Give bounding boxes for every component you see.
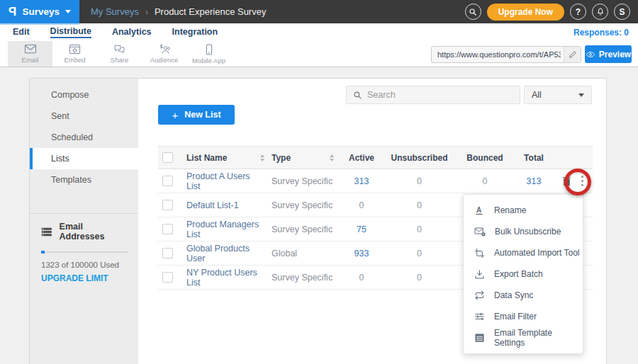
breadcrumb-parent[interactable]: My Surveys xyxy=(91,6,139,17)
search-input[interactable] xyxy=(367,90,513,100)
row-checkbox[interactable] xyxy=(162,176,173,186)
sidebar-item-lists[interactable]: Lists xyxy=(30,148,138,169)
distribute-toolbar: Email Embed Share $ Audience Mobile App … xyxy=(0,41,638,67)
email-usage-text: 1323 of 100000 Used xyxy=(41,261,128,269)
menu-item-export-batch[interactable]: Export Batch xyxy=(464,263,583,285)
filter-selected-value: All xyxy=(532,90,542,100)
row-checkbox[interactable] xyxy=(162,200,173,210)
tab-integration[interactable]: Integration xyxy=(172,27,218,38)
list-name-link[interactable]: Product A Users List xyxy=(186,171,264,191)
row-checkbox[interactable] xyxy=(162,248,173,258)
tab-distribute[interactable]: Distribute xyxy=(50,26,91,38)
audience-icon: $ xyxy=(158,44,171,55)
active-count[interactable]: 0 xyxy=(341,273,382,283)
avatar-letter: S xyxy=(619,7,625,17)
survey-url-input[interactable] xyxy=(432,50,564,59)
channel-embed[interactable]: Embed xyxy=(52,41,97,67)
menu-item-rename[interactable]: A Rename xyxy=(464,200,583,221)
mobile-app-icon xyxy=(205,44,213,55)
list-stack-icon xyxy=(41,227,52,237)
col-type: Type xyxy=(272,153,291,163)
share-icon xyxy=(113,44,125,55)
menu-item-data-sync[interactable]: Data Sync xyxy=(464,285,583,306)
list-name-link[interactable]: Default List-1 xyxy=(186,200,239,210)
help-button[interactable]: ? xyxy=(570,4,586,20)
breadcrumb: My Surveys › Product Experience Survey xyxy=(91,6,266,17)
active-count[interactable]: 313 xyxy=(341,176,382,186)
edit-url-button[interactable] xyxy=(564,47,581,62)
upgrade-now-button[interactable]: Upgrade Now xyxy=(487,4,564,21)
sidebar-item-templates[interactable]: Templates xyxy=(30,169,138,190)
data-sync-icon xyxy=(474,290,485,300)
channel-mobile-app[interactable]: Mobile App xyxy=(186,41,231,67)
survey-tabbar: Edit Distribute Analytics Integration Re… xyxy=(0,23,638,41)
unsubscribed-count: 0 xyxy=(382,273,457,283)
table-header-row: List Name Type Active Unsubscribed Bounc… xyxy=(158,146,593,169)
email-usage-progressbar xyxy=(41,251,128,253)
unsubscribed-count: 0 xyxy=(382,200,457,210)
sidebar-item-scheduled[interactable]: Scheduled xyxy=(30,127,138,148)
list-search-field xyxy=(346,86,520,104)
account-avatar[interactable]: S xyxy=(614,4,630,20)
responses-count[interactable]: Responses: 0 xyxy=(573,28,638,38)
select-all-checkbox[interactable] xyxy=(162,152,173,163)
menu-item-bulk-unsubscribe[interactable]: Bulk Unsubscribe xyxy=(464,221,583,242)
col-unsubscribed: Unsubscribed xyxy=(382,153,457,163)
active-count[interactable]: 0 xyxy=(341,200,382,210)
annotation-highlight-circle xyxy=(564,169,591,195)
sidebar-item-sent[interactable]: Sent xyxy=(30,106,138,127)
email-icon xyxy=(24,44,37,55)
row-checkbox[interactable] xyxy=(162,272,173,283)
unsubscribed-count: 0 xyxy=(382,249,457,258)
chevron-down-icon xyxy=(65,10,71,13)
menu-item-email-filter[interactable]: Email Filter xyxy=(464,306,583,327)
topbar: P Surveys My Surveys › Product Experienc… xyxy=(0,0,638,23)
menu-item-email-template-settings[interactable]: Email Template Settings xyxy=(464,327,583,348)
survey-url-field xyxy=(431,46,581,63)
app-window: P Surveys My Surveys › Product Experienc… xyxy=(0,0,638,364)
bounced-count: 0 xyxy=(457,176,513,186)
tab-edit[interactable]: Edit xyxy=(13,27,30,38)
questionpro-logo-icon: P xyxy=(9,5,16,19)
sort-list-name-button[interactable] xyxy=(260,154,264,161)
topbar-actions: Upgrade Now ? S xyxy=(465,4,638,21)
notifications-button[interactable] xyxy=(592,4,608,20)
preview-button[interactable]: Preview xyxy=(585,45,632,63)
total-count[interactable]: 313 xyxy=(513,176,554,186)
channel-email[interactable]: Email xyxy=(8,41,52,67)
upgrade-limit-link[interactable]: UPGRADE LIMIT xyxy=(41,273,128,283)
list-filter-dropdown[interactable]: All xyxy=(524,86,592,104)
list-name-link[interactable]: NY Product Users List xyxy=(186,268,264,288)
product-switcher[interactable]: P Surveys xyxy=(0,0,79,23)
channel-share[interactable]: Share xyxy=(97,41,142,67)
logo-accent-line xyxy=(0,23,79,25)
menu-item-automated-import-tool[interactable]: Automated Import Tool xyxy=(464,242,583,263)
question-mark-icon: ? xyxy=(576,7,581,17)
new-list-button[interactable]: + New List xyxy=(158,105,235,125)
rename-icon: A xyxy=(474,205,485,216)
eye-icon xyxy=(586,51,595,58)
chevron-down-icon xyxy=(578,93,584,97)
row-context-menu: A Rename Bulk Unsubscribe Automated Impo… xyxy=(463,194,583,354)
bell-icon xyxy=(596,7,605,16)
list-name-link[interactable]: Global Products User xyxy=(186,244,264,263)
channel-audience[interactable]: $ Audience xyxy=(142,41,186,67)
bulk-unsubscribe-icon xyxy=(474,227,486,237)
automated-import-icon xyxy=(474,248,485,258)
unsubscribed-count: 0 xyxy=(382,224,457,234)
active-count[interactable]: 933 xyxy=(341,249,382,258)
list-name-link[interactable]: Product Managers List xyxy=(186,220,264,239)
distribute-sidebar: Compose Sent Scheduled Lists Templates E… xyxy=(30,79,138,364)
breadcrumb-separator-icon: › xyxy=(145,7,148,17)
row-checkbox[interactable] xyxy=(162,224,173,234)
tab-analytics[interactable]: Analytics xyxy=(112,27,152,38)
product-menu-label: Surveys xyxy=(22,6,60,17)
active-count[interactable]: 75 xyxy=(341,224,382,234)
sidebar-item-compose[interactable]: Compose xyxy=(30,84,138,106)
email-template-settings-icon xyxy=(474,333,485,343)
sort-type-button[interactable] xyxy=(330,154,334,161)
col-bounced: Bounced xyxy=(457,153,513,163)
search-button[interactable] xyxy=(465,4,481,20)
export-batch-icon xyxy=(474,269,485,280)
email-filter-icon xyxy=(474,312,485,322)
